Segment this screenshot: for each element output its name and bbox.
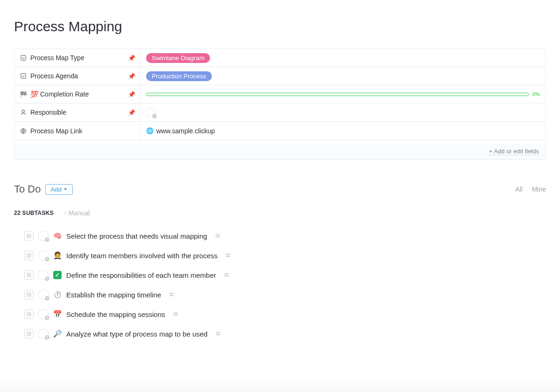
field-label-text: Process Map Link (30, 127, 82, 135)
filter-all[interactable]: All (515, 186, 523, 193)
globe-icon (19, 128, 28, 134)
custom-fields-table: Process Map Type 📌 Swimlane Diagram Proc… (14, 48, 546, 140)
sort-label: Manual (69, 209, 90, 217)
field-row-map-type: Process Map Type 📌 Swimlane Diagram (14, 49, 546, 67)
todo-title: To Do (14, 183, 41, 195)
svg-rect-0 (21, 55, 26, 61)
task-list: 🧠Select the process that needs visual ma… (14, 226, 546, 344)
tag-map-type: Swimlane Diagram (146, 53, 210, 63)
subtasks-count: 22 SUBTASKS (14, 210, 54, 216)
subtasks-meta: 22 SUBTASKS ↑ Manual (14, 209, 546, 217)
task-title: Analyze what type of process map to be u… (66, 330, 208, 338)
magnifier-icon: 🔎 (53, 330, 62, 338)
assign-person-icon[interactable] (38, 250, 49, 261)
page-title: Process Mapping (14, 19, 546, 34)
hundred-icon: 💯 (30, 90, 38, 98)
pin-icon[interactable]: 📌 (128, 109, 135, 116)
task-checkbox[interactable] (24, 290, 34, 299)
field-label-link[interactable]: Process Map Link (14, 122, 140, 140)
assign-person-icon[interactable] (38, 309, 49, 319)
pin-icon[interactable]: 📌 (128, 55, 135, 62)
field-row-agenda: Process Agenda 📌 Production Process (14, 67, 546, 85)
pin-icon[interactable]: 📌 (128, 73, 135, 80)
assign-person-icon[interactable] (38, 329, 49, 339)
field-label-text: Process Map Type (30, 54, 84, 62)
person-suit-icon: 🤵 (53, 251, 62, 260)
person-icon (19, 109, 28, 116)
task-checkbox[interactable] (24, 270, 34, 280)
todo-header: To Do Add ▼ All Mine (14, 183, 546, 195)
field-label-text: Responsible (30, 109, 66, 116)
brain-icon: 🧠 (53, 232, 62, 240)
arrow-up-icon: ↑ (64, 210, 67, 216)
task-title: Identify team members involved with the … (66, 252, 217, 260)
drag-handle-icon[interactable]: 〓 (215, 232, 221, 240)
assign-person-icon[interactable] (146, 108, 155, 117)
svg-point-2 (22, 110, 24, 112)
task-title: Schedule the mapping sessions (66, 310, 165, 318)
add-edit-fields-link[interactable]: + Add or edit fields (489, 148, 539, 155)
field-label-text: Process Agenda (30, 72, 78, 80)
filter-mine[interactable]: Mine (532, 186, 546, 193)
add-button[interactable]: Add ▼ (45, 184, 72, 195)
assign-person-icon[interactable] (38, 289, 49, 300)
drag-handle-icon[interactable]: 〓 (168, 290, 175, 299)
dropdown-field-icon (19, 55, 28, 61)
link-url-text: www.sample.clickup (156, 127, 215, 135)
field-row-responsible: Responsible 📌 (14, 103, 546, 122)
field-value-agenda[interactable]: Production Process (140, 67, 546, 85)
drag-handle-icon[interactable]: 〓 (225, 251, 231, 260)
task-checkbox[interactable] (24, 329, 34, 338)
task-row[interactable]: ⏱️Establish the mapping timeline〓 (24, 285, 546, 304)
tag-agenda: Production Process (146, 71, 212, 81)
sort-manual[interactable]: ↑ Manual (64, 209, 90, 217)
task-title: Establish the mapping timeline (66, 291, 161, 299)
progress-bar[interactable] (146, 93, 529, 96)
task-row[interactable]: 🔎Analyze what type of process map to be … (24, 324, 546, 344)
field-value-completion[interactable]: 0% (140, 85, 546, 103)
add-edit-fields-row: + Add or edit fields (14, 143, 546, 160)
gauge-icon: 🏁 (19, 91, 28, 98)
field-row-link: Process Map Link 🌐 www.sample.clickup (14, 122, 546, 140)
field-label-map-type[interactable]: Process Map Type 📌 (14, 49, 140, 67)
field-label-text: Completion Rate (40, 90, 89, 98)
field-value-map-type[interactable]: Swimlane Diagram (140, 49, 546, 67)
task-row[interactable]: 🤵Identify team members involved with the… (24, 246, 546, 265)
pin-icon[interactable]: 📌 (128, 91, 135, 98)
field-value-responsible[interactable] (140, 103, 546, 121)
task-checkbox[interactable] (24, 309, 34, 319)
add-button-label: Add (50, 186, 61, 193)
assign-person-icon[interactable] (38, 270, 49, 280)
field-label-completion[interactable]: 🏁 💯 Completion Rate 📌 (14, 85, 140, 103)
task-checkbox[interactable] (24, 251, 34, 260)
drag-handle-icon[interactable]: 〓 (173, 310, 179, 318)
dropdown-field-icon (19, 73, 28, 79)
calendar-icon: 📅 (53, 310, 62, 318)
task-row[interactable]: 🧠Select the process that needs visual ma… (24, 226, 546, 246)
task-title: Define the responsibilities of each team… (66, 271, 216, 279)
drag-handle-icon[interactable]: 〓 (224, 271, 230, 279)
progress-percent: 0% (532, 91, 540, 97)
task-row[interactable]: 📅Schedule the mapping sessions〓 (24, 304, 546, 324)
task-row[interactable]: ✓Define the responsibilities of each tea… (24, 265, 546, 285)
chevron-down-icon: ▼ (63, 187, 68, 192)
drag-handle-icon[interactable]: 〓 (215, 330, 221, 338)
task-title: Select the process that needs visual map… (66, 232, 207, 240)
stopwatch-icon: ⏱️ (53, 290, 62, 299)
field-label-agenda[interactable]: Process Agenda 📌 (14, 67, 140, 85)
field-label-responsible[interactable]: Responsible 📌 (14, 103, 140, 121)
globe-small-icon: 🌐 (146, 127, 154, 134)
task-checkbox[interactable] (24, 231, 34, 241)
svg-rect-1 (21, 74, 26, 79)
field-value-link[interactable]: 🌐 www.sample.clickup (140, 122, 546, 140)
green-check-icon: ✓ (53, 271, 62, 279)
field-row-completion: 🏁 💯 Completion Rate 📌 0% (14, 85, 546, 103)
assign-person-icon[interactable] (38, 231, 49, 241)
